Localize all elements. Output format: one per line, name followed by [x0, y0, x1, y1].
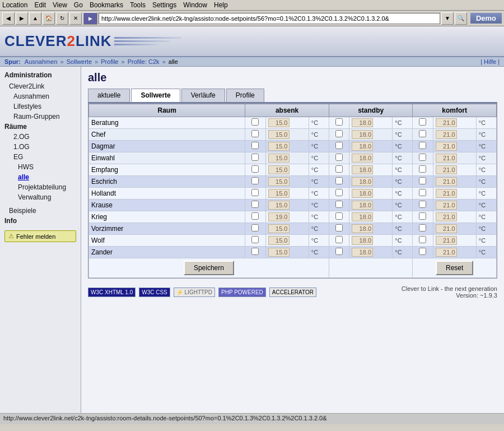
sidebar-raum-gruppen[interactable]: Raum-Gruppen: [0, 112, 81, 122]
standby-input[interactable]: [352, 212, 373, 221]
w3c-css-badge[interactable]: W3C CSS: [139, 288, 170, 297]
breadcrumb-profile[interactable]: Profile: [101, 58, 118, 65]
standby-input[interactable]: [352, 165, 373, 174]
absenk-checkbox[interactable]: [251, 236, 259, 243]
menu-go[interactable]: Go: [74, 1, 83, 9]
komfort-checkbox[interactable]: [419, 142, 426, 149]
absenk-input[interactable]: [268, 165, 290, 174]
menu-tools[interactable]: Tools: [130, 1, 146, 9]
sidebar-verwaltung[interactable]: Verwaltung: [0, 192, 81, 202]
reload-button[interactable]: ↻: [56, 12, 68, 25]
komfort-input[interactable]: [436, 248, 457, 257]
absenk-input[interactable]: [268, 118, 290, 127]
lighttpd-badge[interactable]: ⚡ LIGHTTPD: [174, 288, 215, 297]
standby-checkbox[interactable]: [335, 212, 343, 220]
standby-checkbox[interactable]: [335, 142, 343, 149]
menu-window[interactable]: Window: [183, 1, 207, 9]
tab-profile[interactable]: Profile: [226, 89, 264, 102]
komfort-input[interactable]: [436, 189, 457, 198]
sidebar-clever2link[interactable]: Clever2Link: [0, 81, 81, 91]
address-go[interactable]: ▼: [441, 12, 454, 25]
absenk-input[interactable]: [268, 142, 290, 151]
back-button[interactable]: ◀: [2, 12, 15, 25]
reset-button[interactable]: Reset: [436, 261, 473, 275]
menu-bookmarks[interactable]: Bookmarks: [90, 1, 123, 9]
komfort-checkbox[interactable]: [419, 177, 426, 184]
standby-checkbox[interactable]: [335, 248, 343, 255]
error-button[interactable]: ⚠ Fehler melden: [4, 230, 76, 242]
komfort-input[interactable]: [436, 165, 457, 174]
absenk-checkbox[interactable]: [251, 189, 259, 196]
accelerator-badge[interactable]: ACCELERATOR: [269, 288, 316, 297]
absenk-checkbox[interactable]: [251, 154, 259, 161]
menu-view[interactable]: View: [53, 1, 67, 9]
komfort-input[interactable]: [436, 118, 457, 127]
standby-input[interactable]: [352, 189, 373, 198]
sidebar-2og[interactable]: 2.OG: [0, 132, 81, 142]
forward-button[interactable]: ▶: [16, 12, 28, 25]
nav-icon[interactable]: ▶: [83, 12, 97, 25]
komfort-input[interactable]: [436, 224, 457, 233]
sidebar-eg[interactable]: EG: [0, 152, 81, 162]
tab-aktuelle[interactable]: aktuelle: [88, 89, 130, 102]
up-button[interactable]: ▲: [29, 12, 41, 25]
standby-checkbox[interactable]: [335, 130, 343, 137]
menu-location[interactable]: Location: [2, 1, 27, 9]
tab-sollwerte[interactable]: Sollwerte: [131, 89, 180, 102]
standby-input[interactable]: [352, 201, 373, 210]
standby-input[interactable]: [352, 130, 373, 139]
komfort-input[interactable]: [436, 142, 457, 151]
hilfe-link[interactable]: | Hilfe |: [480, 58, 500, 65]
breadcrumb-sollwerte[interactable]: Sollwerte: [67, 58, 92, 65]
komfort-checkbox[interactable]: [419, 118, 426, 126]
sidebar-hws[interactable]: HWS: [0, 162, 81, 172]
search-btn[interactable]: 🔍: [455, 12, 467, 25]
standby-checkbox[interactable]: [335, 118, 343, 126]
komfort-checkbox[interactable]: [419, 201, 426, 208]
absenk-checkbox[interactable]: [251, 130, 259, 137]
komfort-input[interactable]: [436, 154, 457, 163]
standby-checkbox[interactable]: [335, 224, 343, 231]
php-badge[interactable]: PHP POWERED: [218, 288, 266, 297]
standby-input[interactable]: [352, 236, 373, 245]
stop-button[interactable]: ✕: [69, 12, 82, 25]
sidebar-1og[interactable]: 1.OG: [0, 142, 81, 152]
absenk-input[interactable]: [268, 236, 290, 245]
komfort-checkbox[interactable]: [419, 212, 426, 220]
absenk-input[interactable]: [268, 248, 290, 257]
menu-settings[interactable]: Settings: [152, 1, 176, 9]
komfort-checkbox[interactable]: [419, 224, 426, 231]
komfort-checkbox[interactable]: [419, 165, 426, 173]
komfort-checkbox[interactable]: [419, 154, 426, 161]
komfort-input[interactable]: [436, 212, 457, 221]
standby-checkbox[interactable]: [335, 189, 343, 196]
w3c-xhtml-badge[interactable]: W3C XHTML 1.0: [88, 288, 136, 297]
menu-edit[interactable]: Edit: [34, 1, 46, 9]
standby-input[interactable]: [352, 177, 373, 186]
standby-checkbox[interactable]: [335, 236, 343, 243]
absenk-checkbox[interactable]: [251, 142, 259, 149]
komfort-checkbox[interactable]: [419, 189, 426, 196]
standby-input[interactable]: [352, 142, 373, 151]
absenk-input[interactable]: [268, 130, 290, 139]
komfort-input[interactable]: [436, 236, 457, 245]
standby-checkbox[interactable]: [335, 165, 343, 173]
save-button[interactable]: Speichern: [184, 261, 234, 275]
absenk-checkbox[interactable]: [251, 212, 259, 220]
standby-input[interactable]: [352, 248, 373, 257]
komfort-input[interactable]: [436, 177, 457, 186]
absenk-input[interactable]: [268, 224, 290, 233]
sidebar-info[interactable]: Info: [0, 216, 81, 226]
absenk-checkbox[interactable]: [251, 201, 259, 208]
standby-checkbox[interactable]: [335, 177, 343, 184]
breadcrumb-c2k[interactable]: Profile: C2k: [128, 58, 160, 65]
absenk-checkbox[interactable]: [251, 165, 259, 173]
standby-input[interactable]: [352, 154, 373, 163]
komfort-input[interactable]: [436, 201, 457, 210]
tab-verlaufe[interactable]: Verläufe: [181, 89, 225, 102]
address-input[interactable]: [99, 13, 440, 24]
standby-checkbox[interactable]: [335, 154, 343, 161]
absenk-input[interactable]: [268, 177, 290, 186]
menu-help[interactable]: Help: [214, 1, 228, 9]
sidebar-projektabteilung[interactable]: Projektabteilung: [0, 182, 81, 192]
